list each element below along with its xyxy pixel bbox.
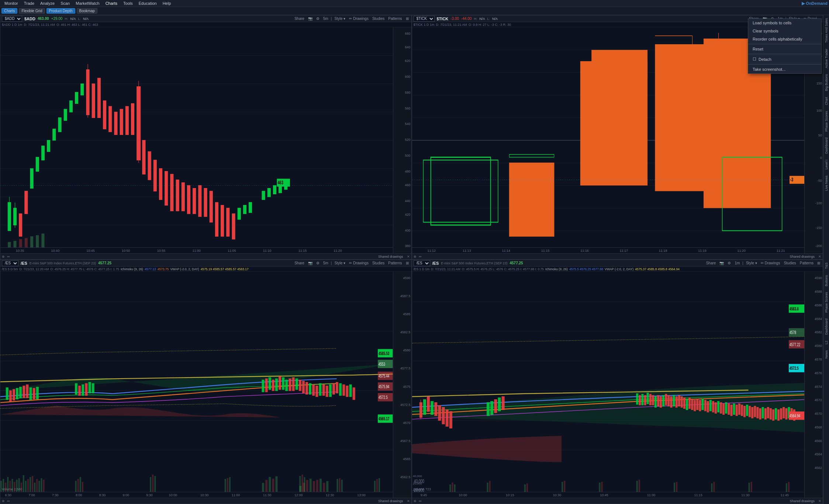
svg-rect-11 <box>19 214 22 236</box>
price-640: 640 <box>405 45 410 49</box>
camera-btn-bl[interactable]: 📷 <box>307 261 314 265</box>
shared-drawings-bl[interactable]: Shared drawings <box>378 499 403 503</box>
patterns-btn-br[interactable]: Patterns <box>799 261 815 265</box>
patterns-btn-bl[interactable]: Patterns <box>387 261 403 265</box>
svg-rect-53 <box>243 205 246 214</box>
settings-btn-br[interactable]: ⚙ <box>726 261 732 265</box>
sidebar-l2-bottom[interactable]: L2 <box>825 338 828 347</box>
zoom-icon-bl[interactable]: ⊕ <box>2 499 5 503</box>
svg-rect-221 <box>431 402 433 414</box>
style-btn-bl[interactable]: Style ▾ <box>333 261 346 265</box>
toolbar-product-depth[interactable]: Product Depth <box>46 8 75 14</box>
symbol-selector-tl[interactable]: $ADD <box>2 16 22 22</box>
svg-rect-182 <box>23 475 24 492</box>
style-btn-br[interactable]: Style ▾ <box>745 261 758 265</box>
ctx-detach[interactable]: ☐ Detach <box>748 55 821 63</box>
close-icon-tl[interactable]: ✕ <box>407 255 410 258</box>
menu-trade[interactable]: Trade <box>21 0 37 7</box>
sync-icon-bl[interactable]: ⇔ <box>7 499 10 503</box>
svg-rect-104 <box>13 389 15 400</box>
menu-monitor[interactable]: Monitor <box>1 0 21 7</box>
studies-btn-bl[interactable]: Studies <box>371 261 386 265</box>
ctx-screenshot[interactable]: Take screenshot... <box>748 65 821 73</box>
svg-rect-186 <box>32 476 33 492</box>
sidebar-dashboard-top[interactable]: Dashboard <box>825 135 828 157</box>
style-btn-tl[interactable]: Style ▾ <box>333 17 346 21</box>
toolbar-bookmap[interactable]: Bookmap <box>77 8 97 14</box>
settings-btn-tl[interactable]: ⚙ <box>315 17 321 21</box>
ohlc-tr: O: 0.9 H: 27 L: -3 C: -3 R: 30 <box>469 23 511 27</box>
camera-btn-br[interactable]: 📷 <box>718 261 725 265</box>
time-tr-1121: 11:21 <box>777 249 785 253</box>
sidebar-active-trader-top[interactable]: Active Trader <box>825 46 828 71</box>
hi-label-tl: H: <box>65 17 68 21</box>
toolbar-flexible-grid[interactable]: Flexible Grid <box>19 8 45 14</box>
sync-icon-tl[interactable]: ⇔ <box>7 255 10 258</box>
shared-drawings-tr[interactable]: Shared drawings <box>790 255 815 258</box>
menu-education[interactable]: Education <box>136 0 160 7</box>
sidebar-live-news-top[interactable]: Live News <box>825 173 828 194</box>
sidebar-buttons-bottom[interactable]: Buttons <box>825 272 828 289</box>
ctx-load-symbols[interactable]: Load symbols to cells <box>748 19 821 27</box>
studies-btn-br[interactable]: Studies <box>783 261 797 265</box>
menu-charts[interactable]: Charts <box>103 0 120 7</box>
svg-rect-172 <box>0 481 2 492</box>
sidebar-phase-scores-bottom[interactable]: Phase Scores <box>825 289 828 316</box>
ctx-reorder-alpha[interactable]: Reorder cells alphabetically <box>748 35 821 43</box>
zoom-icon-tl[interactable]: ⊕ <box>2 255 5 258</box>
drawings-btn-tl[interactable]: ✏ Drawings <box>348 17 369 21</box>
price-tl: 463.00 <box>38 17 49 21</box>
ctx-reset[interactable]: Reset <box>748 45 821 53</box>
menu-scan[interactable]: Scan <box>58 0 73 7</box>
sync-icon-br[interactable]: ⇔ <box>419 499 422 503</box>
sidebar-chart-top[interactable]: Chart <box>825 94 828 108</box>
close-icon-bl[interactable]: ✕ <box>407 499 410 503</box>
share-btn-tl[interactable]: Share <box>293 17 305 21</box>
sidebar-times-sales[interactable]: Times And Sales <box>825 15 828 46</box>
svg-rect-228 <box>490 402 493 414</box>
share-btn-bl[interactable]: Share <box>293 261 305 265</box>
drawings-btn-bl[interactable]: ✏ Drawings <box>348 261 369 265</box>
sidebar-news-bottom[interactable]: News <box>825 347 828 362</box>
share-btn-br[interactable]: Share <box>705 261 717 265</box>
patterns-btn-tl[interactable]: Patterns <box>387 17 403 21</box>
sidebar-dashboard-bottom[interactable]: Dashboard <box>825 316 828 338</box>
shared-drawings-br[interactable]: Shared drawings <box>790 499 815 503</box>
zoom-icon-br[interactable]: ⊕ <box>414 499 417 503</box>
menu-tools[interactable]: Tools <box>120 0 136 7</box>
menu-help[interactable]: Help <box>160 0 174 7</box>
close-icon-tr[interactable]: ✕ <box>818 255 821 258</box>
price-br-4586: 4586 <box>815 303 822 307</box>
time-bl-730: 7:30 <box>52 493 59 497</box>
menu-marketwatch[interactable]: MarketWatch <box>73 0 102 7</box>
symbol-selector-bl[interactable]: /ES <box>2 260 18 266</box>
symbol-selector-tr[interactable]: $TICK <box>414 16 435 22</box>
drawings-btn-br[interactable]: ✏ Drawings <box>760 261 781 265</box>
sidebar-level1-top[interactable]: Level I <box>825 157 828 173</box>
sync-icon-tr[interactable]: ⇔ <box>419 255 422 258</box>
shared-drawings-tl[interactable]: Shared drawings <box>378 255 403 258</box>
svg-rect-80 <box>431 157 490 225</box>
svg-rect-128 <box>296 379 298 389</box>
sidebar-big-buttons-top[interactable]: Big Buttons <box>825 71 828 94</box>
price-600: 600 <box>405 75 410 79</box>
camera-btn-tl[interactable]: 📷 <box>307 17 314 21</box>
expand-btn-tl[interactable]: ⊞ <box>405 17 410 21</box>
menu-analyze[interactable]: Analyze <box>37 0 58 7</box>
close-icon-br[interactable]: ✕ <box>818 499 821 503</box>
settings-btn-bl[interactable]: ⚙ <box>315 261 321 265</box>
expand-btn-br[interactable]: ⊞ <box>816 261 821 265</box>
timeframe-btn-tl[interactable]: 5m <box>322 17 329 21</box>
svg-rect-236 <box>647 393 649 404</box>
sidebar-ts-bottom[interactable]: T&S <box>825 260 828 272</box>
timeframe-btn-br[interactable]: 1m <box>733 261 741 265</box>
sidebar-phase-scores-top[interactable]: Phase Scores <box>825 108 828 135</box>
symbol-selector-br[interactable]: /ES <box>414 260 430 266</box>
studies-btn-tl[interactable]: Studies <box>371 17 386 21</box>
zoom-icon-tr[interactable]: ⊕ <box>414 255 417 258</box>
timeframe-btn-bl[interactable]: 5m <box>322 261 329 265</box>
toolbar-charts[interactable]: Charts <box>1 8 17 14</box>
expand-btn-bl[interactable]: ⊞ <box>405 261 410 265</box>
ctx-clear-symbols[interactable]: Clear symbols <box>748 27 821 35</box>
svg-rect-277 <box>754 406 756 417</box>
